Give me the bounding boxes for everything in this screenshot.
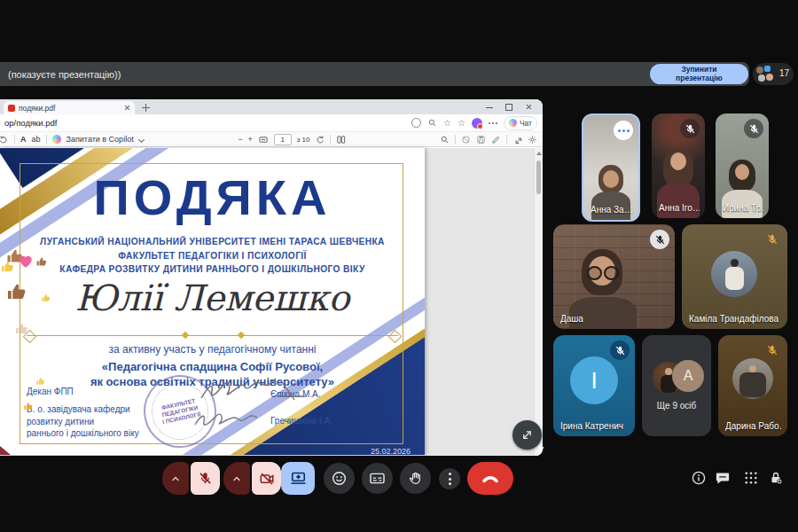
search-document-icon[interactable] [440,135,450,145]
mic-off-icon [610,340,630,360]
more-options-button[interactable] [439,468,460,489]
zoom-in-button[interactable]: + [247,135,252,144]
mic-options-button[interactable] [162,462,189,495]
host-controls-button[interactable] [768,470,784,486]
window-close-icon[interactable] [526,104,532,110]
reactions-button[interactable] [324,463,355,494]
page-total: з 10 [297,136,310,144]
new-tab-icon[interactable] [142,104,150,112]
settings-gear-icon[interactable] [528,135,537,145]
participant-count-pill[interactable]: 17 [753,63,794,85]
save-icon[interactable] [476,135,486,145]
chevron-up-icon [170,473,181,484]
avatar [711,251,757,297]
ask-copilot-button[interactable]: Запитати в Copilot [66,135,134,144]
leave-call-button[interactable] [467,462,513,495]
page-view-icon[interactable] [336,135,346,145]
window-minimize-icon[interactable] [486,107,493,108]
favorite-star-icon[interactable]: ☆ [443,119,451,128]
org-line: ЛУГАНСЬКИЙ НАЦІОНАЛЬНИЙ УНІВЕРСИТЕТ ІМЕН… [0,235,425,249]
overflow-tile[interactable]: А Ще 9 осіб [642,335,711,436]
browser-tab[interactable]: подяки.pdf [4,101,135,114]
ornament-divider [27,331,398,341]
chevron-down-icon[interactable] [139,137,145,142]
search-icon[interactable] [427,118,437,128]
avatar [732,358,773,399]
org-line: КАФЕДРА РОЗВИТКУ ДИТИНИ РАННЬОГО І ДОШКІ… [0,262,425,277]
hangup-icon [481,469,500,489]
browser-tab-strip: подяки.pdf [0,99,543,114]
participant-tile[interactable]: Анна Іго… [652,113,705,218]
avatar [766,74,773,81]
more-menu-icon[interactable] [614,121,633,140]
smiley-icon [331,470,348,487]
camera-off-icon [259,471,275,487]
expand-icon [520,428,534,442]
camera-options-button[interactable] [223,462,250,495]
browser-address-bar[interactable]: op/подяки.pdf ☆ ☆ Чат [0,114,543,132]
mic-off-icon [763,230,782,249]
profile-avatar[interactable] [472,118,482,129]
draw-icon[interactable] [491,135,501,145]
copilot-icon [52,135,61,144]
page-number-input[interactable]: 1 [274,134,292,145]
info-icon [691,470,707,486]
raise-hand-button[interactable] [400,463,431,494]
chat-button[interactable] [715,470,731,486]
letter-avatar: А [672,360,704,392]
browser-menu-icon[interactable] [489,122,497,124]
shared-screen-browser: подяки.pdf op/подяки.pdf ☆ ☆ Чат [0,99,543,456]
present-screen-icon [290,470,307,487]
avatar [764,66,771,72]
role-line: розвитку дитини [27,416,139,428]
zoom-out-button[interactable]: − [238,135,242,144]
thumbs-up-icon [5,280,27,301]
mic-off-icon [744,119,763,138]
camera-toggle-button[interactable] [252,462,281,495]
participant-tile[interactable]: І Ірина Катренич [553,335,635,436]
present-screen-button[interactable] [281,462,315,495]
read-aloud-icon[interactable]: A [20,135,27,144]
participant-name: Ирина Тр… [723,203,763,213]
participant-count: 17 [779,68,789,78]
text-tools-icon[interactable]: ab [32,135,41,144]
mic-off-icon [650,230,669,249]
captions-button[interactable] [362,463,393,494]
stop-presentation-button[interactable]: Зупинити презентацію [650,64,748,84]
role-line: раннього і дошкільного віку [27,427,139,440]
fullscreen-icon[interactable] [512,135,522,145]
certificate-reason: за активну участь у педагогічному читанн… [0,343,425,356]
scrollbar-thumb[interactable] [536,160,541,194]
presenting-banner: (показуєте презентацію)) [0,62,749,86]
avatar [758,74,765,82]
certificate-date: 25.02.2026 [371,447,411,455]
meeting-details-button[interactable] [691,470,707,486]
collections-star-icon[interactable]: ☆ [458,119,466,128]
participant-tile[interactable]: Даша [553,224,675,329]
rotate-icon[interactable] [0,135,9,145]
participant-tile[interactable]: Ирина Тр… [716,113,769,218]
copilot-color-icon [509,119,517,127]
fit-width-icon[interactable] [258,135,269,145]
tab-title: подяки.pdf [19,104,124,113]
mic-toggle-button[interactable] [191,462,220,495]
signature-1 [197,377,312,407]
tab-close-icon[interactable] [124,105,130,111]
participant-tile[interactable]: Анна За… [582,113,640,222]
window-maximize-icon[interactable] [505,104,512,111]
more-people-label: Ще 9 осіб [642,401,711,411]
participant-tile[interactable]: Дарина Рабо… [718,335,787,436]
scrollbar[interactable] [534,148,543,456]
url-text: op/подяки.pdf [4,118,57,128]
participant-tile[interactable]: Каміла Трандафілова [682,224,787,329]
rotate-page-icon[interactable] [315,135,325,145]
scroll-up-icon[interactable] [536,152,542,155]
erase-icon[interactable] [461,135,471,145]
participant-name: Даша [560,314,583,324]
mic-off-icon [680,119,700,138]
activities-button[interactable] [743,470,759,486]
copilot-icon[interactable] [411,118,421,128]
raise-hand-icon [408,471,424,487]
avatar [756,66,763,74]
copilot-chat-button[interactable]: Чат [504,116,537,130]
